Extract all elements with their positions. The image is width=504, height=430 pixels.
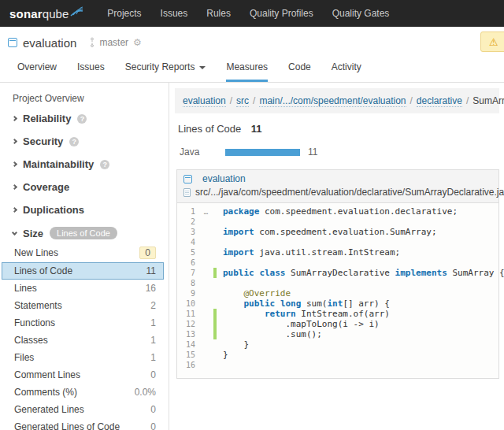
sidebar-project-overview-link[interactable]: Project Overview <box>0 93 169 104</box>
code-text: public class SumArrayDeclarative impleme… <box>217 268 504 278</box>
line-number[interactable]: 10 <box>177 299 199 308</box>
tab-label: Issues <box>77 61 105 72</box>
line-number[interactable]: 9 <box>177 289 199 298</box>
breadcrumb-item-main-com-speedment-evaluation[interactable]: main/.../com/speedment/evaluation <box>259 95 406 107</box>
metric-label: Lines of Code <box>14 265 72 276</box>
metric-value: 1 <box>150 317 156 328</box>
line-number[interactable]: 15 <box>177 350 199 359</box>
metric-value: 16 <box>146 283 156 294</box>
source-code: 1…package com.speedment.evaluation.decla… <box>177 203 498 378</box>
sidebar-metric-generated-lines[interactable]: Generated Lines0 <box>2 401 164 418</box>
tab-label: Activity <box>332 61 361 72</box>
section-label: Size <box>23 228 43 239</box>
sidebar-section-header-reliability[interactable]: Reliability? <box>0 109 169 128</box>
logo-swoosh-icon <box>70 6 83 17</box>
sidebar-metric-lines-of-code[interactable]: Lines of Code11 <box>2 262 164 280</box>
metric-value: 11 <box>251 123 262 135</box>
code-line: 15} <box>177 350 498 360</box>
tab-measures[interactable]: Measures <box>226 61 268 82</box>
code-line: 8 <box>177 278 498 288</box>
code-line: 5import java.util.stream.IntStream; <box>177 247 498 258</box>
sidebar-section-header-duplications[interactable]: Duplications <box>0 200 169 220</box>
line-number[interactable]: 6 <box>177 258 199 267</box>
sidebar-metric-classes[interactable]: Classes1 <box>2 332 164 349</box>
line-number[interactable]: 11 <box>177 310 199 318</box>
file-icon <box>183 188 191 197</box>
tab-overview[interactable]: Overview <box>17 61 57 82</box>
tab-security-reports[interactable]: Security Reports <box>125 61 206 82</box>
help-icon[interactable]: ? <box>100 160 109 169</box>
line-number[interactable]: 14 <box>177 340 199 349</box>
help-icon[interactable]: ? <box>77 114 87 124</box>
sidebar-metric-generated-lines-of-code[interactable]: Generated Lines of Code0 <box>2 418 164 430</box>
code-header-project-link[interactable]: evaluation <box>202 172 246 186</box>
scm-info[interactable]: … <box>199 208 213 216</box>
language-bar <box>225 149 300 156</box>
selected-metric-badge: Lines of Code <box>50 227 117 239</box>
topnav-item-issues[interactable]: Issues <box>161 8 188 19</box>
breadcrumb-item-src[interactable]: src <box>236 95 249 107</box>
metric-label: Generated Lines <box>14 404 84 415</box>
topnav-items: ProjectsIssuesRulesQuality ProfilesQuali… <box>107 8 408 19</box>
code-line: 6 <box>177 258 498 268</box>
sidebar-section-header-security[interactable]: Security? <box>0 132 169 151</box>
breadcrumb-item-evaluation[interactable]: evaluation <box>183 95 226 107</box>
tab-issues[interactable]: Issues <box>77 61 105 82</box>
logo-text-light: qube <box>43 7 69 20</box>
project-tabs: OverviewIssuesSecurity ReportsMeasuresCo… <box>8 52 504 82</box>
topnav-item-rules[interactable]: Rules <box>206 8 231 19</box>
sidebar-section-maintainability: Maintainability? <box>0 154 169 174</box>
sidebar-metric-files[interactable]: Files1 <box>2 349 164 366</box>
line-number[interactable]: 12 <box>177 320 199 328</box>
chevron-down-icon <box>199 66 206 69</box>
line-number[interactable]: 13 <box>177 330 199 339</box>
sidebar-section-header-coverage[interactable]: Coverage <box>0 177 169 197</box>
gear-icon[interactable]: ⚙ <box>133 37 142 48</box>
help-icon[interactable]: ? <box>69 137 79 146</box>
project-icon <box>183 175 192 183</box>
analysis-warning-badge[interactable]: ⚠ L <box>480 32 504 52</box>
branch-icon <box>89 37 95 48</box>
sidebar-section-header-maintainability[interactable]: Maintainability? <box>0 154 169 174</box>
branch-name: master <box>99 37 128 48</box>
line-number[interactable]: 2 <box>177 217 199 226</box>
sidebar-metric-comment-lines[interactable]: Comment Lines0 <box>2 366 164 384</box>
sidebar-metric-lines[interactable]: Lines16 <box>2 280 164 297</box>
breadcrumb-separator: / <box>466 95 469 106</box>
tab-code[interactable]: Code <box>288 61 311 82</box>
project-header: evaluation master ⚙ ⚠ L OverviewIssuesSe… <box>0 27 504 83</box>
sonarqube-logo[interactable]: sonarqube <box>9 7 83 20</box>
line-number[interactable]: 4 <box>177 238 199 247</box>
tab-activity[interactable]: Activity <box>332 61 361 82</box>
sidebar-metric-functions[interactable]: Functions1 <box>2 314 164 332</box>
line-number[interactable]: 5 <box>177 248 199 257</box>
section-label: Reliability <box>23 113 71 124</box>
breadcrumb-item-declarative[interactable]: declarative <box>417 95 462 107</box>
metric-value: 1 <box>150 335 156 346</box>
line-number[interactable]: 8 <box>177 279 199 287</box>
line-number[interactable]: 16 <box>177 361 199 369</box>
project-icon <box>8 38 17 47</box>
metric-value: 0.0% <box>135 387 156 398</box>
line-number[interactable]: 7 <box>177 269 199 277</box>
coverage-indicator <box>213 360 217 370</box>
sidebar-metric-statements[interactable]: Statements2 <box>2 297 164 314</box>
project-name-link[interactable]: evaluation <box>23 36 76 50</box>
topnav-item-quality-gates[interactable]: Quality Gates <box>332 8 390 19</box>
section-label: Coverage <box>23 181 69 193</box>
topnav-item-quality-profiles[interactable]: Quality Profiles <box>250 8 313 19</box>
sidebar-metric-new-lines[interactable]: New Lines0 <box>2 243 164 262</box>
sidebar-section-reliability: Reliability? <box>0 109 169 128</box>
topnav-item-projects[interactable]: Projects <box>107 8 141 19</box>
breadcrumb-item-sumarraydeclarative-java: SumArrayDeclarative.java <box>472 95 504 106</box>
coverage-indicator <box>213 237 217 247</box>
breadcrumb-separator: / <box>410 95 413 106</box>
sidebar-section-header-size[interactable]: SizeLines of Code <box>0 223 169 243</box>
sidebar-metric-comments[interactable]: Comments (%)0.0% <box>2 384 164 401</box>
metric-label: Generated Lines of Code <box>14 421 120 430</box>
metric-value: 2 <box>150 300 156 311</box>
line-number[interactable]: 1 <box>177 207 199 216</box>
line-number[interactable]: 3 <box>177 228 199 236</box>
tab-label: Code <box>288 61 311 72</box>
sidebar-section-size: SizeLines of CodeNew Lines0Lines of Code… <box>0 223 169 430</box>
